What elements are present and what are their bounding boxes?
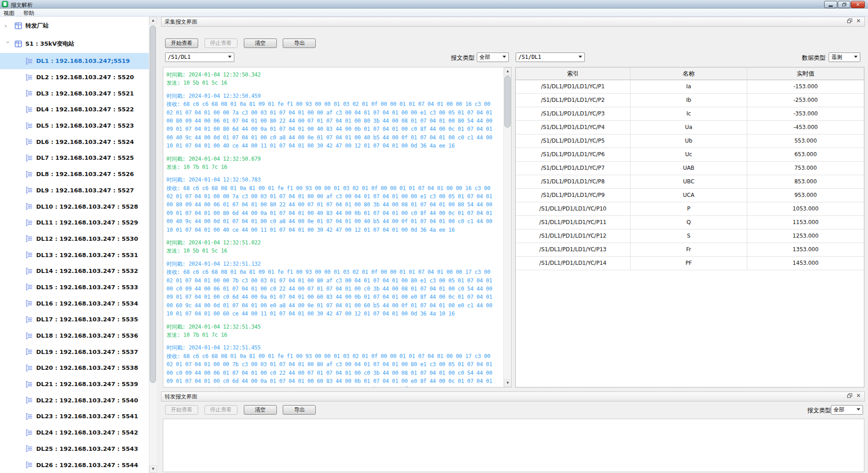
chevron-down-icon[interactable]: › [5,41,12,48]
tree-node-device[interactable]: DL7 : 192.168.103.247 : 5525 [0,150,149,166]
menu-help[interactable]: 帮助 [20,9,38,17]
close-panel-icon[interactable]: ✕ [856,19,861,24]
tree-node-device[interactable]: DL20 : 192.168.103.247 : 5538 [0,360,149,376]
log-scrollbar[interactable]: ▲ ▼ [503,67,511,387]
message-log[interactable]: 时间戳: 2024-01-04 12:32:50.342发送: 10 5b 01… [163,67,512,387]
device-label: DL8 : 192.168.103.247 : 5526 [36,171,134,177]
tree-node-device[interactable]: DL26 : 192.168.103.247 : 5544 [0,457,149,473]
log-line: 时间戳: 2024-01-04 12:32:50.342 [166,71,503,79]
tree-node-device[interactable]: DL8 : 192.168.103.247 : 5526 [0,166,149,182]
tree-node-substation-s1[interactable]: › S1 : 35kV变电站 [0,35,149,53]
column-header-name[interactable]: 名称 [631,67,747,80]
column-header-index[interactable]: 索引 [516,67,631,80]
cell-index: /S1/DL1/PD1/LD1/YC/P1 [516,80,631,93]
close-button[interactable]: ✕ [851,1,865,8]
float-panel-icon[interactable] [847,393,852,398]
tree-node-device[interactable]: DL21 : 192.168.103.247 : 5539 [0,376,149,392]
tree-node-device[interactable]: DL22 : 192.168.103.247 : 5540 [0,392,149,408]
tree-node-device[interactable]: DL18 : 192.168.103.247 : 5536 [0,328,149,344]
export-button[interactable]: 导出 [283,405,316,415]
log-line: 00 40 9c 44 00 0d 01 07 04 01 00 c0 a8 4… [166,134,503,142]
tree-node-device[interactable]: DL2 : 192.168.103.247 : 5520 [0,69,149,86]
received-message-block: 时间戳: 2024-01-04 12:32:51.132接收: 68 c6 c6… [166,260,503,318]
log-line: 00 c0 09 44 00 06 01 07 04 01 00 c0 22 4… [166,285,503,293]
tree-node-device[interactable]: DL14 : 192.168.103.247 : 5532 [0,263,149,279]
tree-node-device[interactable]: DL11 : 192.168.103.247 : 5529 [0,215,149,231]
tree-node-device[interactable]: DL1 : 192.168.103.247;5519 [0,53,149,69]
stop-view-button[interactable]: 停止查看 [204,405,237,415]
tree-scrollbar-thumb[interactable] [150,25,156,383]
table-row[interactable]: /S1/DL1/PD1/LD1/YC/P7UAB753.000 [516,162,864,175]
device-label: DL11 : 192.168.103.247 : 5529 [36,219,138,226]
tree-node-device[interactable]: DL16 : 192.168.103.247 : 5534 [0,295,149,311]
menu-view[interactable]: 视图 [0,9,18,17]
msg-type-select[interactable]: 全部 [477,53,509,62]
msg-type-select[interactable]: 全部 [831,405,863,415]
tree-node-device[interactable]: DL3 : 192.168.103.247 : 5521 [0,85,149,101]
tree-node-device[interactable]: DL4 : 192.168.103.247 : 5522 [0,101,149,118]
tree-node-device[interactable]: DL17 : 192.168.103.247 : 5535 [0,311,149,328]
float-panel-icon[interactable] [847,19,852,24]
table-row[interactable]: /S1/DL1/PD1/LD1/YC/P4Ua-453.000 [516,121,864,134]
minimize-button[interactable] [824,1,837,8]
device-label: DL6 : 192.168.103.247 : 5524 [36,139,134,145]
clear-button[interactable]: 清空 [244,405,277,415]
forward-message-log[interactable] [163,419,864,472]
scroll-up-icon[interactable]: ▲ [504,67,512,75]
channel-select-2[interactable]: /S1/DL1 [516,53,585,62]
tree-node-device[interactable]: DL15 : 192.168.103.247 : 5533 [0,279,149,296]
table-row[interactable]: /S1/DL1/PD1/LD1/YC/P10P1053.000 [516,202,864,216]
tree-node-device[interactable]: DL25 : 192.168.103.247 : 5543 [0,441,149,457]
scroll-down-icon[interactable]: ▼ [149,465,157,473]
table-row[interactable]: /S1/DL1/PD1/LD1/YC/P12S1253.000 [516,229,864,243]
received-message-block: 时间戳: 2024-01-04 12:32:51.455接收: 68 c6 c6… [166,344,503,387]
tree-node-device[interactable]: DL19 : 192.168.103.247 : 5537 [0,344,149,360]
table-row[interactable]: /S1/DL1/PD1/LD1/YC/P13Fr1353.000 [516,243,864,257]
table-row[interactable]: /S1/DL1/PD1/LD1/YC/P5Ub553.000 [516,134,864,148]
table-row[interactable]: /S1/DL1/PD1/LD1/YC/P14PF1453.000 [516,257,864,270]
tree-node-device[interactable]: DL9 : 192.168.103.247 : 5527 [0,182,149,199]
table-row[interactable]: /S1/DL1/PD1/LD1/YC/P3Ic-353.000 [516,107,864,121]
table-row[interactable]: /S1/DL1/PD1/LD1/YC/P2Ib-253.000 [516,94,864,107]
tree-scrollbar[interactable]: ▲ ▼ [149,17,157,473]
start-view-button[interactable]: 开始查看 [165,405,198,415]
tree-node-device[interactable]: DL10 : 192.168.103.247 : 5528 [0,198,149,215]
message-list-icon [25,186,33,194]
tree-node-device[interactable]: DL24 : 192.168.103.247 : 5542 [0,425,149,441]
cell-index: /S1/DL1/PD1/LD1/YC/P12 [516,229,631,243]
log-line: 00 80 09 44 00 06 01 07 04 01 00 80 22 4… [166,117,503,125]
realtime-table: 索引 名称 实时值 /S1/DL1/PD1/LD1/YC/P1Ia-153.00… [515,67,864,387]
cell-value: -453.000 [747,121,864,134]
table-row[interactable]: /S1/DL1/PD1/LD1/YC/P6Uc653.000 [516,148,864,162]
close-panel-icon[interactable]: ✕ [856,393,861,398]
table-row[interactable]: /S1/DL1/PD1/LD1/YC/P8UBC853.000 [516,175,864,189]
table-row[interactable]: /S1/DL1/PD1/LD1/YC/P9UCA953.000 [516,189,864,202]
column-header-value[interactable]: 实时值 [747,67,864,80]
table-row[interactable]: /S1/DL1/PD1/LD1/YC/P11Q1153.000 [516,216,864,229]
tree-node-device[interactable]: DL13 : 192.168.103.247 : 5531 [0,247,149,263]
log-scrollbar-thumb[interactable] [504,76,511,128]
table-row[interactable]: /S1/DL1/PD1/LD1/YC/P1Ia-153.000 [516,80,864,94]
tree-node-device[interactable]: DL23 : 192.168.103.247 : 5541 [0,408,149,425]
cell-name: Ib [631,94,747,107]
log-line: 时间戳: 2024-01-04 12:32:50.679 [166,155,503,163]
stop-view-button[interactable]: 停止查看 [204,38,237,48]
data-type-select[interactable]: 遥测 [829,53,860,62]
tree-node-device[interactable]: DL12 : 192.168.103.247 : 5530 [0,231,149,247]
scroll-down-icon[interactable]: ▼ [504,379,512,387]
chevron-right-icon[interactable]: › [5,22,12,29]
export-button[interactable]: 导出 [283,38,316,48]
device-label: DL22 : 192.168.103.247 : 5540 [36,397,138,404]
tree-node-device[interactable]: DL6 : 192.168.103.247 : 5524 [0,134,149,150]
log-line: 时间戳: 2024-01-04 12:32:51.132 [166,260,503,268]
start-view-button[interactable]: 开始查看 [165,38,198,48]
tree-node-forward-station[interactable]: › 转发厂站 [0,17,149,35]
restore-button[interactable] [838,1,850,8]
clear-button[interactable]: 清空 [244,38,277,48]
cell-index: /S1/DL1/PD1/LD1/YC/P10 [516,202,631,215]
cell-value: -153.000 [747,80,864,93]
channel-select[interactable]: /S1/DL1 [165,53,234,62]
scroll-up-icon[interactable]: ▲ [149,17,157,24]
message-list-icon [25,235,33,242]
tree-node-device[interactable]: DL5 : 192.168.103.247 : 5523 [0,118,149,134]
